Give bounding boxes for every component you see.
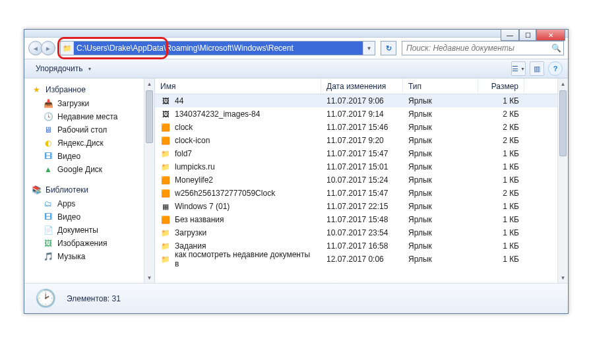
cell-date: 11.07.2017 15:01 xyxy=(321,162,403,172)
sidebar-libraries: 📚 Библиотеки 🗂Apps🎞Видео📄Документы🖼Изобр… xyxy=(27,183,152,263)
file-name: Moneylife2 xyxy=(175,175,213,185)
cell-date: 11.07.2017 15:46 xyxy=(321,122,403,133)
folder-icon: 📁 xyxy=(160,254,171,264)
xls-icon: ▦ xyxy=(160,201,171,212)
img2-icon: 🟧 xyxy=(160,214,171,225)
toolbar: Упорядочить ▼ ☰▼ ▥ ? xyxy=(24,59,568,78)
view-button[interactable]: ☰▼ xyxy=(511,61,526,76)
titlebar[interactable]: — ☐ ✕ xyxy=(24,30,568,38)
sidebar-item[interactable]: 🎞Видео xyxy=(27,150,152,163)
scroll-up-icon[interactable]: ▲ xyxy=(558,78,568,89)
table-row[interactable]: 🖼1340374232_images-8411.07.2017 9:14Ярлы… xyxy=(155,107,568,121)
sidebar-root-favorites[interactable]: ★ Избранное xyxy=(27,82,152,97)
organize-button[interactable]: Упорядочить ▼ xyxy=(30,61,98,76)
yadisk-icon: ◐ xyxy=(43,138,53,148)
sidebar-item-label: Музыка xyxy=(57,252,85,261)
sidebar-item[interactable]: ▲Google Диск xyxy=(27,163,152,176)
file-name: fold7 xyxy=(175,149,192,158)
sidebar-item[interactable]: 🎵Музыка xyxy=(27,250,152,263)
cell-size: 1 КБ xyxy=(478,175,524,185)
sidebar-item-label: Яндекс.Диск xyxy=(57,138,104,148)
sidebar-item[interactable]: 🖼Изображения xyxy=(27,237,152,250)
table-row[interactable]: 🟧clock11.07.2017 15:46Ярлык2 КБ xyxy=(155,121,568,134)
table-row[interactable]: 🟧Без названия11.07.2017 15:48Ярлык1 КБ xyxy=(155,213,568,226)
cell-size: 1 КБ xyxy=(478,162,524,172)
sidebar-item[interactable]: 📥Загрузки xyxy=(27,97,152,110)
cell-type: Ярлык xyxy=(403,122,478,133)
apps-icon: 🗂 xyxy=(43,198,53,209)
scroll-thumb[interactable] xyxy=(559,90,567,156)
column-headers: Имя Дата изменения Тип Размер xyxy=(155,78,568,94)
header-date[interactable]: Дата изменения xyxy=(321,78,403,94)
minimize-button[interactable]: — xyxy=(501,29,519,41)
maximize-button[interactable]: ☐ xyxy=(519,29,536,41)
search-icon[interactable]: 🔍 xyxy=(549,44,563,53)
img-icon: 🖼 xyxy=(160,96,171,106)
sidebar-item[interactable]: 🖥Рабочий стол xyxy=(27,123,152,136)
close-button[interactable]: ✕ xyxy=(536,29,565,41)
img2-icon: 🟧 xyxy=(160,175,171,185)
scroll-down-icon[interactable]: ▼ xyxy=(144,272,154,283)
cell-size: 2 КБ xyxy=(478,188,524,198)
table-row[interactable]: 🖼4411.07.2017 9:06Ярлык1 КБ xyxy=(155,94,568,107)
video-icon: 🎞 xyxy=(43,151,53,162)
address-dropdown[interactable]: ▼ xyxy=(363,42,375,55)
scroll-up-icon[interactable]: ▲ xyxy=(144,78,154,89)
table-row[interactable]: 🟧w256h2561372777059Clock11.07.2017 15:47… xyxy=(155,187,568,200)
scroll-thumb[interactable] xyxy=(146,90,153,143)
cell-date: 11.07.2017 9:06 xyxy=(321,96,403,106)
filelist-scrollbar[interactable]: ▲ ▼ xyxy=(557,78,568,283)
cell-name: 🖼1340374232_images-84 xyxy=(155,108,321,120)
search-box: 🔍 xyxy=(402,41,564,55)
cell-type: Ярлык xyxy=(403,214,478,225)
recent-icon: 🕓 xyxy=(43,111,53,122)
sidebar-item[interactable]: 🕓Недавние места xyxy=(27,110,152,123)
cell-name: ▦Windows 7 (01) xyxy=(155,200,321,212)
cell-size: 1 КБ xyxy=(478,228,524,238)
header-type[interactable]: Тип xyxy=(403,78,478,94)
cell-date: 11.07.2017 9:20 xyxy=(321,135,403,146)
sidebar-label: Избранное xyxy=(46,85,86,94)
file-name: clock xyxy=(175,123,193,132)
sidebar-root-libraries[interactable]: 📚 Библиотеки xyxy=(27,183,152,197)
table-row[interactable]: 🟧clock-icon11.07.2017 9:20Ярлык2 КБ xyxy=(155,134,568,147)
forward-button[interactable]: ► xyxy=(41,41,55,55)
sidebar-scrollbar[interactable]: ▲ ▼ xyxy=(144,78,154,283)
cell-name: 🟧clock xyxy=(155,121,321,133)
window-buttons: — ☐ ✕ xyxy=(501,29,565,41)
organize-label: Упорядочить xyxy=(36,64,82,73)
preview-pane-button[interactable]: ▥ xyxy=(530,61,544,76)
cell-type: Ярлык xyxy=(403,188,478,198)
cell-date: 11.07.2017 15:47 xyxy=(321,188,403,198)
file-name: как посмотреть недавние документы в xyxy=(175,250,316,268)
scroll-down-icon[interactable]: ▼ xyxy=(558,272,568,283)
img-icon: 🖼 xyxy=(160,109,171,119)
sidebar-item-label: Недавние места xyxy=(57,112,117,121)
address-input[interactable] xyxy=(74,42,363,55)
help-button[interactable]: ? xyxy=(548,61,563,76)
table-row[interactable]: 📁Загрузки10.07.2017 23:54Ярлык1 КБ xyxy=(155,226,568,239)
chevron-down-icon: ▼ xyxy=(87,67,92,71)
file-name: lumpicks.ru xyxy=(175,162,215,171)
header-size[interactable]: Размер xyxy=(478,78,524,94)
cell-size: 1 КБ xyxy=(478,96,524,106)
sidebar-item-label: Видео xyxy=(57,212,80,222)
cell-type: Ярлык xyxy=(403,228,478,238)
sidebar-item[interactable]: 🗂Apps xyxy=(27,197,152,210)
star-icon: ★ xyxy=(31,84,42,95)
sidebar-item-label: Видео xyxy=(57,152,80,161)
sidebar-item[interactable]: ◐Яндекс.Диск xyxy=(27,136,152,150)
sidebar-item[interactable]: 📄Документы xyxy=(27,224,152,237)
table-row[interactable]: 📁как посмотреть недавние документы в12.0… xyxy=(155,253,568,266)
cell-type: Ярлык xyxy=(403,254,478,264)
table-row[interactable]: 📁lumpicks.ru11.07.2017 15:01Ярлык1 КБ xyxy=(155,160,568,173)
refresh-button[interactable]: ↻ xyxy=(381,41,396,55)
video-icon: 🎞 xyxy=(43,212,53,222)
table-row[interactable]: 📁fold711.07.2017 15:47Ярлык1 КБ xyxy=(155,147,568,160)
header-name[interactable]: Имя xyxy=(155,78,321,94)
table-row[interactable]: ▦Windows 7 (01)11.07.2017 22:15Ярлык1 КБ xyxy=(155,200,568,213)
table-row[interactable]: 🟧Moneylife210.07.2017 15:24Ярлык1 КБ xyxy=(155,173,568,187)
sidebar-item[interactable]: 🎞Видео xyxy=(27,210,152,224)
cell-date: 11.07.2017 16:58 xyxy=(321,241,403,251)
search-input[interactable] xyxy=(402,42,549,54)
